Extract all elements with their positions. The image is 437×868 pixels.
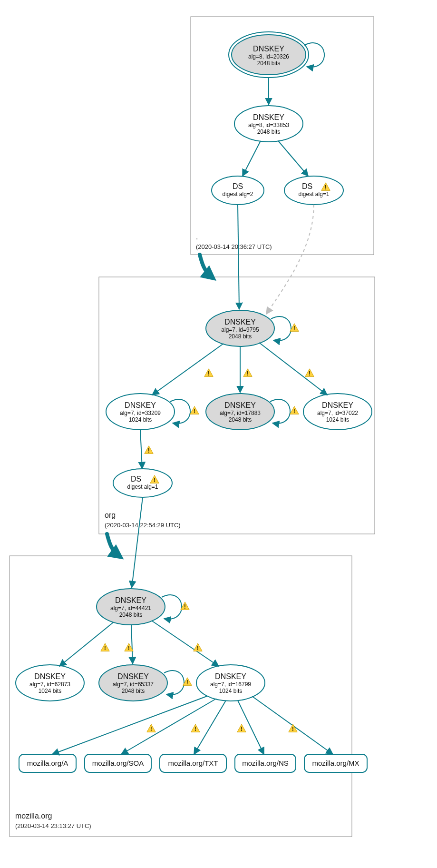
node-org-k37022: DNSKEY alg=7, id=37022 1024 bits: [303, 394, 372, 430]
edge-root-zsk-to-ds2: [243, 141, 261, 176]
warning-icon: [305, 369, 314, 377]
edge-moz-ksk-to-16799: [152, 621, 219, 666]
edge-org-ksk-to-37022: [259, 343, 327, 395]
zone-root-name: .: [196, 233, 198, 241]
svg-text:2048 bits: 2048 bits: [257, 128, 281, 135]
edge-root-zsk-to-ds1: [278, 141, 308, 176]
edge-ds1-to-org-ksk: [266, 205, 314, 314]
svg-text:2048 bits: 2048 bits: [229, 333, 252, 340]
zone-mozilla: mozilla.org (2020-03-14 23:13:27 UTC) DN…: [10, 497, 367, 837]
svg-text:DNSKEY: DNSKEY: [253, 113, 284, 121]
svg-text:alg=7, id=16799: alg=7, id=16799: [210, 681, 251, 688]
zone-root-timestamp: (2020-03-14 20:36:27 UTC): [196, 243, 272, 250]
svg-text:mozilla.org/MX: mozilla.org/MX: [312, 759, 359, 767]
edge-zone-root-to-org: [200, 255, 212, 277]
svg-text:digest alg=2: digest alg=2: [222, 191, 253, 197]
edge-org-33209-to-ds: [140, 430, 142, 469]
svg-text:alg=7, id=37022: alg=7, id=37022: [317, 410, 358, 416]
rrset-a: mozilla.org/A: [19, 754, 76, 772]
svg-text:1024 bits: 1024 bits: [219, 688, 243, 694]
edge-org-ksk-to-33209: [152, 344, 223, 395]
node-root-ksk: DNSKEY alg=8, id=20326 2048 bits: [229, 32, 309, 78]
node-moz-k65337: DNSKEY alg=7, id=65337 2048 bits: [99, 665, 167, 701]
svg-text:1024 bits: 1024 bits: [326, 416, 350, 423]
node-org-ksk: DNSKEY alg=7, id=9795 2048 bits: [206, 310, 274, 346]
zone-org-name: org: [105, 511, 116, 519]
svg-text:DNSKEY: DNSKEY: [224, 318, 256, 326]
warning-icon: [145, 446, 153, 454]
warning-icon: [243, 369, 252, 377]
svg-text:2048 bits: 2048 bits: [119, 612, 143, 618]
warning-icon: [204, 369, 213, 377]
node-moz-k16799: DNSKEY alg=7, id=16799 1024 bits: [196, 665, 265, 701]
edge-ds2-to-org-ksk: [238, 205, 239, 309]
svg-point-34: [113, 469, 172, 497]
svg-text:DNSKEY: DNSKEY: [253, 45, 284, 53]
svg-text:alg=8, id=20326: alg=8, id=20326: [248, 53, 289, 60]
edge-moz-16799-to-a: [52, 696, 207, 754]
svg-text:1024 bits: 1024 bits: [39, 688, 62, 694]
zone-mozilla-timestamp: (2020-03-14 23:13:27 UTC): [15, 822, 91, 829]
rrset-mx: mozilla.org/MX: [304, 754, 367, 772]
svg-text:alg=8, id=33853: alg=8, id=33853: [248, 122, 289, 128]
node-org-ds1: DS digest alg=1: [113, 469, 172, 497]
svg-text:1024 bits: 1024 bits: [129, 416, 152, 423]
svg-text:DNSKEY: DNSKEY: [34, 672, 66, 681]
svg-text:alg=7, id=44421: alg=7, id=44421: [110, 605, 151, 612]
node-root-ds2: DS digest alg=2: [212, 176, 264, 205]
zone-mozilla-name: mozilla.org: [15, 812, 52, 820]
dnssec-graph: ! . (2020-03-14 20:36:27 UTC) DNSKEY alg…: [0, 0, 437, 868]
edge-root-ksk-self: [304, 43, 324, 67]
edge-zone-org-to-mozilla: [107, 534, 119, 556]
svg-text:DNSKEY: DNSKEY: [117, 672, 149, 681]
svg-text:mozilla.org/TXT: mozilla.org/TXT: [168, 759, 218, 767]
svg-text:digest alg=1: digest alg=1: [298, 191, 329, 197]
svg-text:alg=7, id=33209: alg=7, id=33209: [120, 410, 161, 416]
rrset-txt: mozilla.org/TXT: [160, 754, 226, 772]
warning-icon: [101, 643, 109, 651]
warning-icon: [194, 643, 202, 651]
svg-text:DNSKEY: DNSKEY: [215, 672, 246, 681]
warning-icon: [191, 724, 200, 732]
svg-text:alg=7, id=65337: alg=7, id=65337: [113, 681, 154, 688]
svg-text:DNSKEY: DNSKEY: [115, 596, 146, 604]
svg-text:DS: DS: [131, 475, 141, 483]
svg-text:DNSKEY: DNSKEY: [125, 401, 156, 409]
zone-root: . (2020-03-14 20:36:27 UTC) DNSKEY alg=8…: [191, 17, 374, 255]
warning-icon: [290, 406, 299, 414]
rrset-soa: mozilla.org/SOA: [85, 754, 151, 772]
svg-text:DS: DS: [233, 182, 243, 190]
svg-text:mozilla.org/NS: mozilla.org/NS: [242, 759, 289, 767]
svg-text:2048 bits: 2048 bits: [257, 60, 281, 67]
svg-text:alg=7, id=9795: alg=7, id=9795: [221, 326, 259, 333]
svg-text:2048 bits: 2048 bits: [122, 688, 145, 694]
svg-text:DNSKEY: DNSKEY: [322, 401, 353, 409]
node-root-ds1: DS digest alg=1: [284, 176, 343, 205]
svg-text:alg=7, id=62873: alg=7, id=62873: [29, 681, 70, 688]
svg-text:2048 bits: 2048 bits: [229, 416, 252, 423]
svg-text:digest alg=1: digest alg=1: [127, 483, 158, 490]
svg-text:mozilla.org/A: mozilla.org/A: [27, 759, 68, 767]
zone-org-timestamp: (2020-03-14 22:54:29 UTC): [105, 522, 181, 529]
edge-moz-ksk-to-65337: [131, 625, 133, 664]
svg-text:alg=7, id=17883: alg=7, id=17883: [220, 410, 261, 416]
node-org-k17883: DNSKEY alg=7, id=17883 2048 bits: [206, 394, 274, 430]
node-org-k33209: DNSKEY alg=7, id=33209 1024 bits: [106, 394, 175, 430]
node-root-zsk: DNSKEY alg=8, id=33853 2048 bits: [234, 106, 303, 142]
svg-point-14: [284, 176, 343, 205]
warning-icon: [147, 724, 155, 732]
svg-text:DNSKEY: DNSKEY: [224, 401, 256, 409]
edge-org-ds-to-moz-ksk: [132, 497, 143, 588]
zone-org: org (2020-03-14 22:54:29 UTC) DNSKEY alg…: [99, 205, 375, 534]
node-moz-ksk: DNSKEY alg=7, id=44421 2048 bits: [97, 589, 165, 625]
node-moz-k62873: DNSKEY alg=7, id=62873 1024 bits: [16, 665, 84, 701]
edge-moz-16799-to-soa: [121, 699, 216, 754]
warning-icon: [237, 724, 246, 732]
svg-text:mozilla.org/SOA: mozilla.org/SOA: [92, 759, 144, 767]
warning-icon: [190, 406, 199, 414]
rrset-ns: mozilla.org/NS: [235, 754, 296, 772]
svg-text:DS: DS: [302, 182, 312, 190]
svg-point-11: [212, 176, 264, 205]
